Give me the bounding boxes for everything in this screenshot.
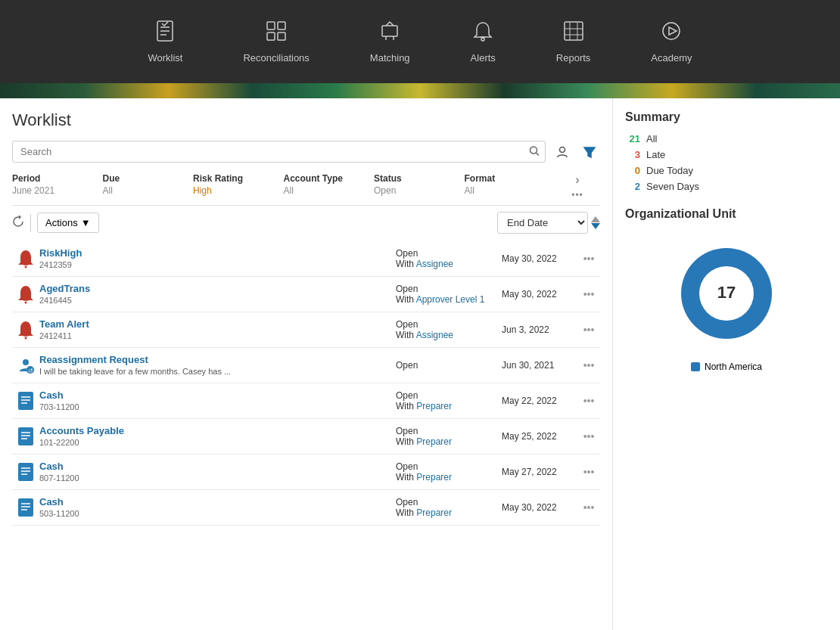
- item-more-button[interactable]: •••: [577, 430, 600, 442]
- filter-account-type-label: Account Type: [284, 173, 375, 184]
- filter-account-type[interactable]: Account Type All: [284, 173, 375, 200]
- banner-strip: [0, 83, 840, 98]
- list-item[interactable]: Accounts Payable101-22200 OpenWith Prepa…: [12, 419, 600, 455]
- user-filter-icon[interactable]: [552, 141, 573, 163]
- summary-row[interactable]: 3 Late: [625, 149, 828, 160]
- svg-rect-5: [278, 22, 285, 29]
- nav-academy-label: Academy: [651, 52, 692, 64]
- nav-reports[interactable]: Reports: [526, 20, 621, 64]
- svg-rect-7: [278, 33, 285, 40]
- actions-right: End Date: [497, 212, 600, 234]
- top-navigation: Worklist Reconciliations Matching: [0, 0, 840, 83]
- worklist-list: RiskHigh2412359 OpenWith Assignee May 30…: [12, 241, 600, 630]
- nav-worklist[interactable]: Worklist: [117, 20, 213, 64]
- filter-due[interactable]: Due All: [103, 173, 194, 200]
- summary-label: All: [646, 133, 657, 144]
- list-item[interactable]: Cash807-11200 OpenWith Preparer May 27, …: [12, 455, 600, 490]
- document-icon: [12, 498, 39, 517]
- item-id: 503-11200: [39, 509, 79, 518]
- item-status-open: Open: [396, 248, 502, 259]
- list-item[interactable]: RiskHigh2412359 OpenWith Assignee May 30…: [12, 241, 600, 277]
- item-assignee-name: Assignee: [416, 330, 453, 340]
- item-more-button[interactable]: •••: [577, 395, 600, 407]
- svg-rect-33: [18, 392, 33, 410]
- nav-worklist-label: Worklist: [148, 52, 182, 64]
- search-input[interactable]: [12, 141, 546, 163]
- svg-point-27: [25, 302, 27, 304]
- item-name[interactable]: Cash: [39, 496, 396, 507]
- matching-icon: [378, 20, 401, 48]
- filter-account-type-value: All: [284, 185, 375, 196]
- left-panel: Worklist: [0, 98, 613, 630]
- list-item[interactable]: ↺ Reassignment RequestI will be taking l…: [12, 348, 600, 383]
- refresh-button[interactable]: [12, 216, 24, 231]
- item-name[interactable]: RiskHigh: [39, 247, 396, 259]
- actions-dropdown-arrow: ▼: [81, 217, 91, 228]
- nav-academy[interactable]: Academy: [621, 20, 722, 64]
- filter-risk[interactable]: Risk Rating High: [193, 173, 284, 200]
- list-item[interactable]: Cash503-11200 OpenWith Preparer May 30, …: [12, 490, 600, 526]
- item-date: May 30, 2022: [502, 253, 577, 264]
- search-button[interactable]: [529, 145, 540, 158]
- svg-rect-4: [267, 22, 275, 29]
- item-status: OpenWith Preparer: [396, 461, 502, 483]
- item-assignee-name: Preparer: [416, 436, 452, 447]
- svg-rect-37: [18, 427, 33, 445]
- svg-marker-23: [584, 147, 595, 157]
- actions-button[interactable]: Actions ▼: [37, 213, 99, 233]
- svg-point-20: [530, 147, 537, 154]
- filter-risk-label: Risk Rating: [193, 173, 284, 184]
- nav-matching[interactable]: Matching: [340, 20, 440, 64]
- item-name[interactable]: AgedTrans: [39, 283, 396, 294]
- filter-next-button[interactable]: ›: [575, 173, 579, 187]
- item-id: 2412359: [39, 260, 72, 269]
- sort-down-arrow[interactable]: [591, 223, 600, 229]
- summary-row[interactable]: 0 Due Today: [625, 165, 828, 176]
- donut-center-value: 17: [717, 283, 736, 302]
- summary-row[interactable]: 2 Seven Days: [625, 181, 828, 192]
- item-more-button[interactable]: •••: [577, 324, 600, 336]
- item-more-button[interactable]: •••: [577, 253, 600, 265]
- list-item[interactable]: Cash703-11200 OpenWith Preparer May 22, …: [12, 383, 600, 419]
- sort-select[interactable]: End Date: [497, 212, 588, 234]
- filter-status[interactable]: Status Open: [374, 173, 465, 200]
- item-name[interactable]: Team Alert: [39, 318, 396, 330]
- filter-status-value: Open: [374, 185, 465, 196]
- item-name[interactable]: Cash: [39, 461, 396, 472]
- document-icon: [12, 391, 39, 411]
- item-more-button[interactable]: •••: [577, 501, 600, 514]
- page-title: Worklist: [12, 110, 600, 130]
- svg-text:↺: ↺: [28, 368, 33, 374]
- svg-marker-19: [669, 27, 677, 35]
- item-assignee-with: With: [396, 259, 416, 269]
- alert-icon: [12, 284, 39, 304]
- summary-row[interactable]: 21 All: [625, 133, 828, 144]
- filter-due-value: All: [103, 185, 194, 196]
- item-more-button[interactable]: •••: [577, 359, 600, 371]
- list-item[interactable]: Team Alert2412411 OpenWith Assignee Jun …: [12, 312, 600, 348]
- list-item[interactable]: AgedTrans2416445 OpenWith Approver Level…: [12, 277, 600, 312]
- nav-matching-label: Matching: [370, 52, 410, 64]
- summary-label: Due Today: [646, 165, 693, 176]
- filter-navigation: › •••: [555, 173, 600, 200]
- item-status-open: Open: [396, 497, 502, 507]
- item-assignee-with: With: [396, 507, 416, 518]
- document-icon: [12, 427, 39, 446]
- filter-format[interactable]: Format All: [465, 173, 555, 200]
- item-more-button[interactable]: •••: [577, 288, 600, 300]
- nav-alerts[interactable]: Alerts: [440, 20, 526, 64]
- legend-color-dot: [691, 362, 700, 371]
- item-name[interactable]: Reassignment Request: [39, 354, 396, 365]
- item-name[interactable]: Accounts Payable: [39, 425, 396, 436]
- item-assignee-with: With: [396, 436, 416, 447]
- reconciliations-icon: [265, 20, 288, 48]
- sort-up-arrow[interactable]: [591, 216, 600, 222]
- filter-period[interactable]: Period June 2021: [12, 173, 103, 200]
- item-more-button[interactable]: •••: [577, 466, 600, 478]
- actions-left: Actions ▼: [12, 213, 99, 233]
- nav-reconciliations[interactable]: Reconciliations: [213, 20, 339, 64]
- item-name[interactable]: Cash: [39, 389, 396, 401]
- filter-more-button[interactable]: •••: [571, 190, 583, 200]
- user-icon: ↺: [12, 356, 39, 374]
- filter-icon[interactable]: [579, 141, 600, 163]
